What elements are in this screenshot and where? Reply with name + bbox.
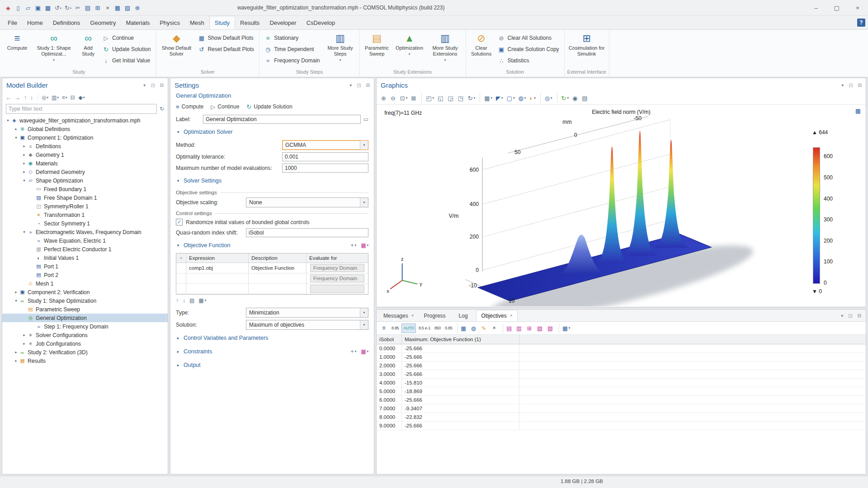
zoom-extents-icon[interactable]: ⊡ ▾	[399, 93, 409, 103]
app-logo-icon[interactable]: ◈	[4, 2, 13, 13]
precision-sci-icon[interactable]: 8.5 e-1	[417, 324, 432, 333]
label-input[interactable]	[203, 115, 361, 124]
float-panel-icon[interactable]: ◳	[848, 313, 852, 318]
objective-table-options-button[interactable]: ▦ ▾	[361, 242, 368, 249]
evaluate-for-cell[interactable]: Frequency Domain	[310, 264, 364, 272]
objectives-row[interactable]: 6.0000 -25.666	[377, 396, 866, 404]
continue-button[interactable]: ▷ Continue	[100, 33, 153, 43]
tree-node[interactable]: ▸ ◇ Deformed Geometry	[2, 168, 168, 176]
tree-columns-icon[interactable]: ▥ ▾	[52, 94, 59, 101]
tree-node[interactable]: ▸ ▦ Results	[2, 357, 168, 365]
menu-tab[interactable]: Results	[235, 16, 264, 29]
precision-eng-icon[interactable]: 850	[433, 324, 442, 333]
tree-node[interactable]: ▤ Parametric Sweep	[2, 305, 168, 314]
help-icon[interactable]: ?	[857, 19, 865, 27]
optimization-button[interactable]: ▲ Optimization ▾	[393, 31, 426, 69]
float-panel-icon[interactable]: ◳	[357, 83, 361, 88]
menu-tab[interactable]: Study	[209, 16, 235, 29]
cosimulation-button[interactable]: ⊞ Cosimulation for Simulink	[567, 31, 607, 69]
reset-default-plots-button[interactable]: ↺ Reset Default Plots	[195, 44, 257, 54]
tree-node[interactable]: ◎ General Optimization	[2, 314, 168, 322]
method-select[interactable]: GCMMA ▾	[282, 140, 368, 150]
float-panel-icon[interactable]: ◳	[849, 83, 853, 88]
messages-tab[interactable]: Objectives ×	[476, 310, 518, 321]
objectives-row[interactable]: 1.0000 -25.666	[377, 353, 866, 361]
table-graph-icon[interactable]: ▨	[546, 324, 555, 333]
forward-icon[interactable]: →	[15, 94, 21, 101]
precision-dec-icon[interactable]: 0.85	[443, 324, 453, 333]
redo-icon[interactable]: ↻ ▾	[63, 2, 73, 13]
more-study-steps-button[interactable]: ▥ More Study Steps ▾	[324, 31, 357, 69]
section-solver-settings[interactable]: ▾ Solver Settings	[176, 175, 368, 187]
tree-node[interactable]: ▥ Perfect Electric Conductor 1	[2, 245, 168, 253]
objectives-row[interactable]: 3.0000 -25.666	[377, 370, 866, 379]
zoom-out-icon[interactable]: ⊖	[389, 93, 398, 103]
tree-expander-icon[interactable]: ▸	[21, 161, 27, 165]
objectives-row[interactable]: 4.0000 -15.810	[377, 379, 866, 387]
tree-node[interactable]: ▾ ▱ Shape Optimization	[2, 176, 168, 185]
undo-icon[interactable]: ↺ ▾	[53, 2, 63, 13]
paste-icon[interactable]: ⊞	[93, 2, 103, 13]
update-solution-link[interactable]: ↻ Update Solution	[246, 103, 292, 110]
tree-node[interactable]: ▸ ◆ Geometry 1	[2, 150, 168, 159]
tree-node[interactable]: ▸ ∗ Solver Configurations	[2, 331, 168, 339]
tree-expander-icon[interactable]: ▾	[21, 230, 27, 234]
parametric-sweep-button[interactable]: ▤ Parametric Sweep	[362, 31, 392, 69]
move-down-icon[interactable]: ↓	[183, 297, 185, 304]
pin-panel-icon[interactable]: ⊟	[858, 313, 861, 318]
zoom-box-icon[interactable]: ⊠	[410, 93, 418, 103]
view-xy-icon[interactable]: ◱	[436, 93, 445, 103]
table-format-icon[interactable]: ▦	[457, 324, 468, 333]
export-table-icon[interactable]: ▧	[536, 324, 545, 333]
model-settings-icon[interactable]: ◆ ▾	[78, 94, 85, 101]
copy-icon[interactable]: ▤	[83, 2, 93, 13]
move-up-icon[interactable]: ↑	[24, 94, 27, 101]
minimize-button[interactable]: –	[806, 0, 826, 15]
objectives-row[interactable]: 7.0000 -9.3407	[377, 404, 866, 413]
scene-settings-icon[interactable]: ◎ ▾	[540, 93, 554, 103]
tree-expander-icon[interactable]: ▸	[13, 359, 19, 363]
save-icon[interactable]: ▣	[33, 2, 43, 13]
objectives-row[interactable]: 8.0000 -22.832	[377, 413, 866, 422]
objective-table-row[interactable]: comp1.obj Objective Function Frequency D…	[176, 263, 368, 273]
objective-table-row[interactable]	[176, 284, 368, 294]
view-yz-icon[interactable]: ◲	[446, 93, 455, 103]
evaluate-for-cell[interactable]: Frequency Domain	[310, 274, 364, 282]
move-down-icon[interactable]: ↓	[30, 94, 33, 101]
tree-node[interactable]: ▸ ◉ Materials	[2, 159, 168, 168]
pin-panel-icon[interactable]: ⊟	[858, 83, 862, 88]
tree-node[interactable]: ∗ Transformation 1	[2, 211, 168, 219]
go-to-default-view-icon[interactable]: ◰ ▾	[421, 93, 435, 103]
optimality-tolerance-input[interactable]	[282, 152, 368, 161]
menu-tab[interactable]: Physics	[155, 16, 185, 29]
section-output[interactable]: ▸ Output	[176, 359, 368, 371]
collapse-all-icon[interactable]: ⊟	[70, 94, 75, 101]
tree-node[interactable]: ▸ ∗ Job Configurations	[2, 339, 168, 348]
tree-node[interactable]: ▾ ∞ Study 1: Shape Optimization	[2, 296, 168, 305]
max-evaluations-input[interactable]	[282, 164, 368, 173]
tree-node[interactable]: ▾ ◈ waveguide_filter_optimization_transf…	[2, 116, 168, 125]
add-objective-button[interactable]: + ▾	[351, 242, 357, 249]
show-default-solver-button[interactable]: ◆ Show Default Solver	[158, 31, 194, 69]
move-up-icon[interactable]: ↑	[176, 297, 179, 304]
section-constraints[interactable]: ▸ Constraints + ▾ ▦ ▾	[176, 346, 368, 357]
search-icon[interactable]: ⊕	[133, 2, 142, 13]
back-icon[interactable]: ←	[6, 94, 12, 101]
close-tab-icon[interactable]: ×	[411, 313, 414, 318]
section-control-variables[interactable]: ▸ Control Variables and Parameters	[176, 332, 368, 344]
snapshot-icon[interactable]: ◉	[571, 93, 580, 103]
tree-node[interactable]: ▨ Free Shape Domain 1	[2, 193, 168, 202]
objectives-row[interactable]: 9.0000 -25.666	[377, 422, 866, 430]
tree-node[interactable]: ▸ ≡ Definitions	[2, 142, 168, 150]
tree-node[interactable]: ◫ Symmetry/Roller 1	[2, 202, 168, 211]
type-select[interactable]: Minimization ▾	[246, 308, 368, 318]
expression-cell[interactable]: comp1.obj	[186, 263, 249, 273]
save-compact-icon[interactable]: ▩	[43, 2, 53, 13]
rotate-view-icon[interactable]: ↻ ▾	[467, 93, 476, 103]
reset-desktop-icon[interactable]: ▧	[123, 2, 132, 13]
stationary-button[interactable]: ≡ Stationary	[262, 33, 322, 43]
view-zx-icon[interactable]: ◳	[457, 93, 466, 103]
tree-expander-icon[interactable]: ▸	[13, 290, 19, 294]
section-optimization-solver[interactable]: ▾ Optimization Solver	[176, 126, 368, 138]
more-study-extensions-button[interactable]: ▥ More Study Extensions ▾	[427, 31, 463, 69]
